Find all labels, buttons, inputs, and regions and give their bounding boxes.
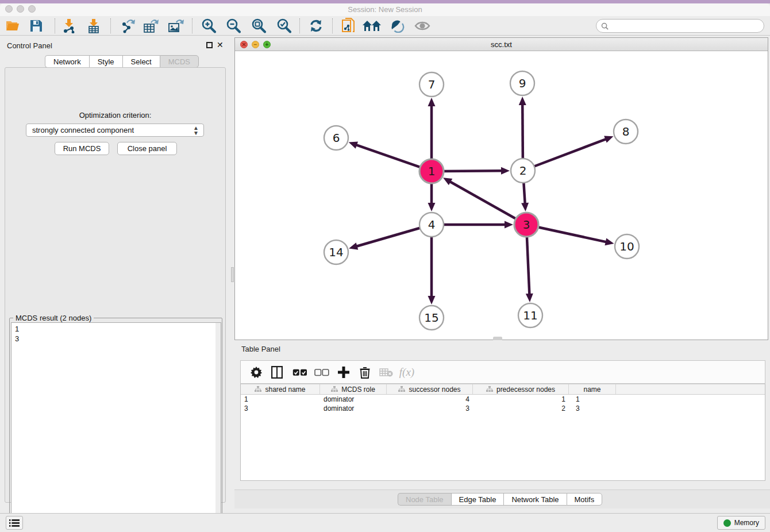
graph-edge-arrowhead — [428, 203, 436, 211]
float-panel-icon[interactable] — [206, 42, 213, 48]
column-header-name[interactable]: name — [569, 384, 616, 394]
optimization-criterion-select[interactable]: strongly connected component ▲▼ — [26, 124, 204, 137]
toolbar-search[interactable] — [596, 19, 764, 33]
import-table-button[interactable] — [84, 18, 103, 34]
divider-grip[interactable] — [231, 267, 234, 282]
clone-network-button[interactable] — [339, 18, 359, 34]
open-folder-icon — [6, 20, 21, 32]
graph-edge-1-2[interactable] — [442, 171, 502, 171]
show-hide-style-button[interactable] — [387, 18, 407, 34]
tab-node-table[interactable]: Node Table — [398, 493, 451, 506]
table-row[interactable]: 1 dominator 4 1 1 — [241, 395, 765, 404]
zoom-out-button[interactable] — [224, 18, 243, 34]
tree-icon — [255, 386, 261, 392]
memory-label: Memory — [734, 519, 759, 527]
memory-button[interactable]: Memory — [717, 516, 765, 530]
mcds-result-group: MCDS result (2 nodes) 1 3 — [9, 318, 222, 532]
graph-edge-2-8[interactable] — [533, 139, 607, 167]
tab-motifs[interactable]: Motifs — [567, 493, 603, 506]
cell-successor-nodes[interactable]: 4 — [387, 395, 473, 404]
close-panel-button[interactable]: Close panel — [117, 142, 177, 155]
tab-network-table[interactable]: Network Table — [503, 493, 566, 506]
cell-predecessor-nodes[interactable]: 1 — [473, 395, 569, 404]
graph-edge-2-3[interactable] — [523, 182, 525, 204]
tab-mcds[interactable]: MCDS — [160, 55, 199, 68]
task-history-button[interactable] — [6, 516, 23, 530]
delete-table-button[interactable] — [378, 364, 395, 380]
cell-shared-name[interactable]: 3 — [241, 404, 320, 413]
cell-mcds-role[interactable]: dominator — [320, 395, 387, 404]
result-scrollbar[interactable] — [215, 323, 221, 531]
close-panel-icon[interactable]: ✕ — [217, 40, 224, 49]
show-hide-graphics-button[interactable] — [413, 18, 432, 34]
graph-edge-3-10[interactable] — [537, 227, 607, 242]
select-all-button[interactable] — [291, 364, 309, 380]
cell-name[interactable]: 1 — [569, 395, 616, 404]
graph-edge-4-14[interactable] — [356, 228, 421, 246]
graph-edge-arrowhead — [349, 242, 358, 249]
export-image-button[interactable] — [166, 18, 186, 34]
toolbar-separator — [192, 18, 192, 33]
search-icon — [601, 22, 609, 30]
delete-column-button[interactable] — [356, 364, 374, 380]
column-label: shared name — [265, 385, 305, 394]
table-options-button[interactable] — [248, 364, 265, 380]
zoom-fit-icon — [251, 18, 266, 33]
apply-layout-button[interactable] — [306, 18, 326, 34]
column-header-shared-name[interactable]: shared name — [241, 384, 320, 394]
import-network-icon — [62, 18, 76, 33]
graph-edge-arrowhead — [505, 221, 513, 229]
tab-style[interactable]: Style — [89, 55, 122, 68]
cell-shared-name[interactable]: 1 — [241, 395, 320, 404]
tree-icon — [486, 386, 493, 392]
graph-edge-3-1[interactable] — [449, 182, 517, 219]
cell-successor-nodes[interactable]: 3 — [387, 404, 473, 413]
column-header-mcds-role[interactable]: MCDS role — [320, 384, 387, 394]
network-canvas[interactable]: 7968124314101511 — [235, 51, 768, 340]
search-input[interactable] — [611, 22, 764, 30]
graph-node-label: 1 — [428, 164, 436, 178]
control-panel-header: Control Panel ✕ — [0, 40, 230, 52]
tab-edge-table[interactable]: Edge Table — [451, 493, 504, 506]
result-line: 1 — [15, 324, 221, 334]
export-network-button[interactable] — [118, 18, 138, 34]
mcds-result-textarea[interactable]: 1 3 — [11, 322, 221, 531]
export-table-button[interactable] — [141, 18, 161, 34]
zoom-in-button[interactable] — [199, 18, 218, 34]
zoom-fit-button[interactable] — [249, 18, 268, 34]
export-network-icon — [121, 18, 136, 33]
open-session-button[interactable] — [3, 18, 23, 34]
function-builder-button[interactable]: f(x) — [398, 364, 415, 380]
graph-edge-3-11[interactable] — [527, 236, 530, 295]
add-column-button[interactable] — [335, 364, 352, 380]
graph-edge-1-6[interactable] — [356, 145, 421, 168]
graph-node-label: 7 — [428, 78, 436, 91]
table-row[interactable]: 3 dominator 3 2 3 — [241, 404, 765, 413]
zoom-in-icon — [201, 18, 216, 33]
main-toolbar — [0, 16, 770, 36]
cell-mcds-role[interactable]: dominator — [320, 404, 387, 413]
tab-network[interactable]: Network — [45, 55, 89, 68]
column-label: MCDS role — [341, 385, 375, 394]
node-table[interactable]: shared name MCDS role successor nodes pr… — [240, 384, 765, 481]
cell-name[interactable]: 3 — [569, 404, 616, 413]
zoom-selected-button[interactable] — [274, 18, 294, 34]
split-panel-button[interactable] — [268, 364, 286, 380]
cell-predecessor-nodes[interactable]: 2 — [473, 404, 569, 413]
zoom-selected-icon — [276, 18, 291, 33]
network-window-titlebar[interactable]: ✕ − + scc.txt — [235, 38, 768, 51]
first-neighbors-button[interactable] — [362, 18, 382, 34]
control-panel-title: Control Panel — [7, 41, 52, 50]
tab-select[interactable]: Select — [122, 55, 160, 68]
column-header-successor-nodes[interactable]: successor nodes — [387, 384, 473, 394]
column-header-predecessor-nodes[interactable]: predecessor nodes — [473, 384, 569, 394]
plus-icon — [338, 367, 349, 378]
unselect-all-button[interactable] — [313, 364, 330, 380]
save-session-button[interactable] — [26, 18, 46, 34]
import-network-button[interactable] — [59, 18, 79, 34]
graph-edge-2-9[interactable] — [522, 104, 523, 160]
run-mcds-button[interactable]: Run MCDS — [55, 142, 109, 155]
panel-divider[interactable] — [230, 36, 234, 507]
checked-boxes-icon — [292, 369, 307, 376]
style-brush-icon — [390, 19, 405, 33]
